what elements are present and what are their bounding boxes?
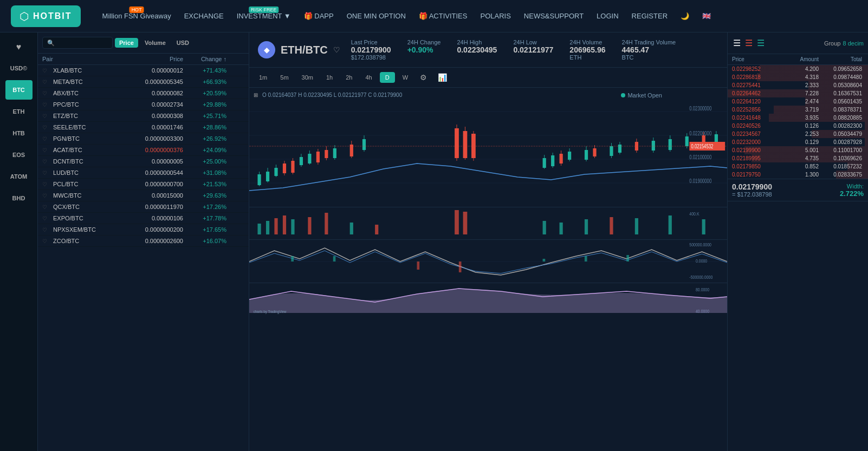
nav-dapp[interactable]: 🎁 DAPP xyxy=(304,12,334,20)
pair-row[interactable]: ♡ PGN/BTC 0.0000003300 +26.92% xyxy=(38,133,249,145)
ob-sell-row[interactable]: 0.02286818 4.318 0.09874480 xyxy=(728,73,868,81)
tf-5m[interactable]: 5m xyxy=(275,72,294,83)
nav-news[interactable]: NEWS&SUPPORT xyxy=(524,12,584,20)
heart-icon[interactable]: ♡ xyxy=(42,204,53,210)
pair-row[interactable]: ♡ PCL/BTC 0.0000000700 +21.53% xyxy=(38,179,249,190)
ob-amount: 3.935 xyxy=(781,115,819,121)
change-value: +0.90% xyxy=(407,45,441,54)
pair-title: ◆ ETH/BTC ♡ xyxy=(258,41,340,58)
ob-sell-row[interactable]: 0.02275441 2.333 0.05308604 xyxy=(728,81,868,89)
favorite-button[interactable]: ♡ xyxy=(333,45,340,54)
ob-sell-row[interactable]: 0.02264120 2.474 0.05601435 xyxy=(728,97,868,106)
pair-price: 0.00000308 xyxy=(118,113,183,119)
ob-sell-row[interactable]: 0.02232000 0.129 0.00287928 xyxy=(728,138,868,146)
nav-investment[interactable]: RISK FREE INVESTMENT ▼ xyxy=(237,12,291,20)
pair-row[interactable]: ♡ SEELE/BTC 0.00001746 +28.86% xyxy=(38,122,249,133)
pair-price: 0.0000003300 xyxy=(118,135,183,142)
nav-login[interactable]: LOGIN xyxy=(597,12,618,20)
ob-sell-row[interactable]: 0.02189995 4.735 0.10369626 xyxy=(728,154,868,162)
tab-btc[interactable]: BTC xyxy=(5,80,33,100)
heart-icon[interactable]: ♡ xyxy=(42,102,53,108)
pair-row[interactable]: ♡ MWC/BTC 0.00015000 +29.63% xyxy=(38,190,249,201)
pair-row[interactable]: ♡ ETZ/BTC 0.00000308 +25.71% xyxy=(38,110,249,122)
ob-view-sells[interactable]: ☰ xyxy=(744,37,754,49)
favorites-tab[interactable]: ♥ xyxy=(16,38,22,56)
ob-total: 0.05601435 xyxy=(819,99,862,104)
nav-theme[interactable]: 🌙 xyxy=(681,12,689,20)
heart-icon[interactable]: ♡ xyxy=(42,193,53,199)
ob-sell-row[interactable]: 0.02179850 0.852 0.01857232 xyxy=(728,162,868,171)
tab-eos[interactable]: EOS xyxy=(5,145,33,165)
heart-icon[interactable]: ♡ xyxy=(42,170,53,176)
pair-row[interactable]: ♡ ZCO/BTC 0.0000002600 +16.07% xyxy=(38,236,249,247)
ob-view-all[interactable]: ☰ xyxy=(732,37,742,49)
tf-d[interactable]: D xyxy=(380,72,395,83)
pair-row[interactable]: ♡ LUD/BTC 0.0000000544 +31.08% xyxy=(38,167,249,179)
settings-icon[interactable]: ⚙ xyxy=(416,71,431,84)
nav-polaris[interactable]: POLARIS xyxy=(480,12,510,20)
ob-sell-row[interactable]: 0.02241648 3.935 0.08820885 xyxy=(728,114,868,122)
heart-icon[interactable]: ♡ xyxy=(42,147,53,153)
pair-row[interactable]: ♡ PPC/BTC 0.00002734 +29.88% xyxy=(38,99,249,110)
svg-rect-70 xyxy=(257,224,261,234)
search-input[interactable] xyxy=(42,37,113,49)
pair-row[interactable]: ♡ XLAB/BTC 0.00000012 +71.43% xyxy=(38,65,249,76)
ob-sell-row[interactable]: 0.02298252 4.200 0.09652658 xyxy=(728,65,868,73)
tab-atom[interactable]: ATOM xyxy=(5,167,33,186)
ob-sell-row[interactable]: 0.02240526 0.126 0.00282300 xyxy=(728,122,868,130)
heart-icon[interactable]: ♡ xyxy=(42,79,53,85)
tab-bhd[interactable]: BHD xyxy=(5,188,33,208)
nav-exchange[interactable]: EXCHANGE xyxy=(184,12,224,20)
ob-sell-row[interactable]: 0.02234567 2.253 0.05034479 xyxy=(728,130,868,138)
tab-eth[interactable]: ETH xyxy=(5,102,33,121)
heart-icon[interactable]: ♡ xyxy=(42,125,53,130)
pair-name: PGN/BTC xyxy=(53,135,118,142)
nav-million-fsn[interactable]: HOT Million FSN Giveaway xyxy=(102,12,171,20)
current-price-usd: = $172.038798 xyxy=(732,191,772,198)
tab-usd[interactable]: USD© xyxy=(5,58,33,78)
tf-2h[interactable]: 2h xyxy=(340,72,358,83)
trading-block: 24H Trading Volume 4465.47 BTC xyxy=(622,39,676,61)
tab-htb[interactable]: HTB xyxy=(5,123,33,143)
ob-sell-row[interactable]: 0.02179750 1.300 0.02833675 xyxy=(728,171,868,179)
nav-language[interactable]: 🇬🇧 xyxy=(702,12,711,20)
indicators-icon[interactable]: 📊 xyxy=(433,71,451,84)
tf-4h[interactable]: 4h xyxy=(360,72,377,83)
pair-row[interactable]: ♡ EXPO/BTC 0.00000106 +17.78% xyxy=(38,213,249,224)
pair-row[interactable]: ♡ DCNT/BTC 0.00000005 +25.00% xyxy=(38,156,249,167)
tf-1m[interactable]: 1m xyxy=(254,72,273,83)
ob-sell-row[interactable]: 0.02264462 7.228 0.16367531 xyxy=(728,89,868,97)
pair-change: +31.08% xyxy=(183,169,226,176)
filter-usd-btn[interactable]: USD xyxy=(172,38,193,48)
ob-sell-row[interactable]: 0.02252856 3.719 0.08378371 xyxy=(728,106,868,114)
filter-volume-btn[interactable]: Volume xyxy=(140,38,170,48)
pair-row[interactable]: ♡ QCX/BTC 0.0000011970 +17.26% xyxy=(38,201,249,213)
pair-row[interactable]: ♡ ABX/BTC 0.00000082 +20.59% xyxy=(38,88,249,99)
last-price-value: 0.02179900 xyxy=(351,45,391,54)
ob-sell-row[interactable]: 0.02199900 5.001 0.11001700 xyxy=(728,146,868,154)
heart-icon[interactable]: ♡ xyxy=(42,238,53,244)
heart-icon[interactable]: ♡ xyxy=(42,136,53,142)
tf-w[interactable]: W xyxy=(397,72,413,83)
ob-total: 0.09652658 xyxy=(819,66,862,72)
nav-activities[interactable]: 🎁 ACTIVITIES xyxy=(419,12,468,20)
tf-1h[interactable]: 1h xyxy=(321,72,338,83)
pair-row[interactable]: ♡ NPXSXEM/BTC 0.0000000200 +17.65% xyxy=(38,224,249,236)
heart-icon[interactable]: ♡ xyxy=(42,113,53,119)
filter-price-btn[interactable]: Price xyxy=(115,38,138,48)
heart-icon[interactable]: ♡ xyxy=(42,68,53,74)
pair-row[interactable]: ♡ ACAT/BTC 0.0000000376 +24.09% xyxy=(38,145,249,156)
ob-group-setting[interactable]: Group 8 decim xyxy=(824,40,864,47)
heart-icon[interactable]: ♡ xyxy=(42,227,53,233)
tf-30m[interactable]: 30m xyxy=(296,72,319,83)
heart-icon[interactable]: ♡ xyxy=(42,159,53,165)
heart-icon[interactable]: ♡ xyxy=(42,90,53,96)
expand-icon[interactable]: ⊞ xyxy=(254,92,258,98)
pair-row[interactable]: ♡ META/BTC 0.0000005345 +66.93% xyxy=(38,76,249,88)
logo[interactable]: ⬡ HOTBIT xyxy=(11,5,81,27)
heart-icon[interactable]: ♡ xyxy=(42,181,53,187)
ob-view-buys[interactable]: ☰ xyxy=(756,37,766,49)
nav-one-min[interactable]: ONE MIN OPTION xyxy=(347,12,406,20)
heart-icon[interactable]: ♡ xyxy=(42,215,53,221)
nav-register[interactable]: REGISTER xyxy=(632,12,668,20)
